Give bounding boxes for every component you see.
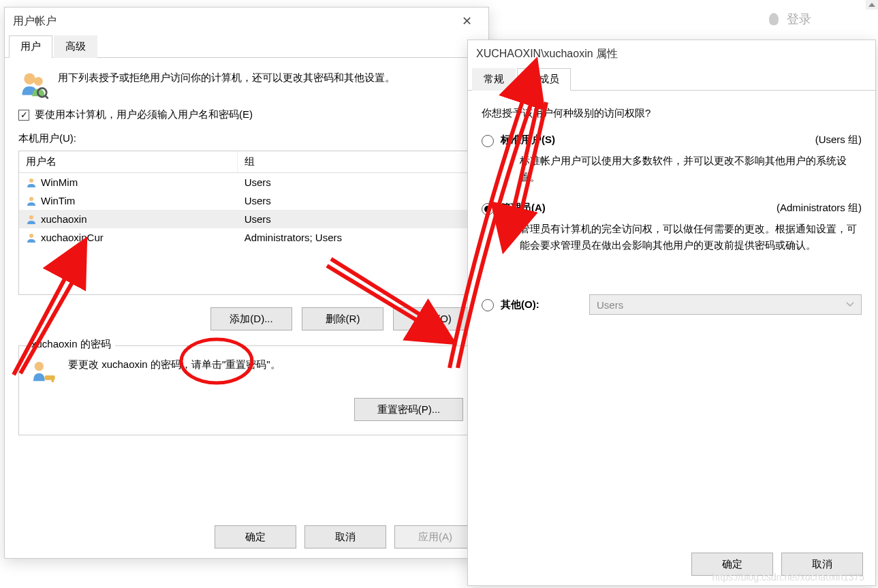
combo-value: Users <box>597 299 623 311</box>
group-cell: Users <box>245 176 271 188</box>
key-icon <box>30 358 57 386</box>
window-title: XUCHAOXIN\xuchaoxin 属性 <box>476 47 867 61</box>
option-admin[interactable]: 管理员(A)(Administrators 组) 管理员有计算机的完全访问权，可… <box>482 202 862 253</box>
tab-group-member[interactable]: 组成员 <box>517 68 571 91</box>
tabbar: 用户 高级 <box>5 35 488 58</box>
option-label: 管理员(A) <box>501 202 546 215</box>
col-username[interactable]: 用户名 <box>19 151 238 172</box>
table-header: 用户名 组 <box>19 151 474 173</box>
username-cell: WinTim <box>41 195 75 206</box>
dialog-footer: 确定 取消 应用(A) <box>215 525 476 548</box>
option-label: 标准用户(S) <box>501 134 555 146</box>
other-group-combobox[interactable]: Users <box>589 294 862 315</box>
delete-button[interactable]: 删除(R) <box>302 307 383 330</box>
scroll-up-icon <box>866 0 878 10</box>
tab-general[interactable]: 常规 <box>472 68 516 91</box>
checkbox-icon: ✓ <box>18 110 29 121</box>
properties-button[interactable]: 属性(O) <box>393 307 475 330</box>
user-silhouette-icon <box>769 13 779 25</box>
password-groupbox: xuchaoxin 的密码 要更改 xuchaoxin 的密码，请单击"重置密码… <box>18 345 475 435</box>
table-row[interactable]: xuchaoxinUsers <box>19 210 474 228</box>
tab-advanced[interactable]: 高级 <box>54 35 97 58</box>
user-accounts-window: 用户帐户 ✕ 用户 高级 用下列表授予或拒绝用户访问你的计算机，还可以更改其密码… <box>4 7 489 559</box>
login-text: 登录 <box>787 11 811 27</box>
checkbox-label: 要使用本计算机，用户必须输入用户名和密码(E) <box>35 108 253 121</box>
svg-point-0 <box>24 73 35 84</box>
user-icon <box>26 232 37 243</box>
password-legend: xuchaoxin 的密码 <box>27 338 115 351</box>
user-icon <box>26 177 37 188</box>
chevron-down-icon <box>846 302 854 307</box>
user-action-buttons: 添加(D)... 删除(R) 属性(O) <box>18 307 475 330</box>
option-other[interactable]: 其他(O): Users <box>482 294 862 315</box>
users-icon <box>18 69 48 99</box>
titlebar[interactable]: XUCHAOXIN\xuchaoxin 属性 <box>468 40 875 67</box>
option-standard[interactable]: 标准用户(S)(Users 组) 标准帐户用户可以使用大多数软件，并可以更改不影… <box>482 134 862 185</box>
table-row[interactable]: WinMimUsers <box>19 173 474 191</box>
group-label: (Administrators 组) <box>777 202 862 215</box>
close-icon[interactable]: ✕ <box>453 14 480 29</box>
user-icon <box>26 214 37 225</box>
local-users-label: 本机用户(U): <box>18 132 475 145</box>
window-title: 用户帐户 <box>13 14 453 29</box>
radio-icon <box>482 203 494 215</box>
table-row[interactable]: xuchaoxinCurAdministrators; Users <box>19 228 474 247</box>
question-text: 你想授予该用户何种级别的访问权限? <box>482 107 862 120</box>
option-desc: 标准帐户用户可以使用大多数软件，并可以更改不影响其他用户的系统设置。 <box>520 153 862 185</box>
group-cell: Administrators; Users <box>245 232 342 243</box>
svg-point-4 <box>29 179 33 183</box>
group-cell: Users <box>245 213 271 225</box>
svg-point-6 <box>29 215 33 219</box>
username-cell: WinMim <box>41 176 78 188</box>
option-desc: 管理员有计算机的完全访问权，可以做任何需要的更改。根据通知设置，可能会要求管理员… <box>520 221 862 253</box>
table-row[interactable]: WinTimUsers <box>19 191 474 210</box>
description-text: 用下列表授予或拒绝用户访问你的计算机，还可以更改其密码和其他设置。 <box>58 69 395 99</box>
user-icon <box>26 196 37 206</box>
titlebar[interactable]: 用户帐户 ✕ <box>5 7 488 35</box>
col-group[interactable]: 组 <box>238 151 474 172</box>
password-desc: 要更改 xuchaoxin 的密码，请单击"重置密码"。 <box>68 358 281 371</box>
tabbar: 常规 组成员 <box>468 67 875 91</box>
radio-icon <box>482 135 494 147</box>
watermark: https://blog.csdn.net/xuchaoxin1375 <box>712 572 864 583</box>
username-cell: xuchaoxinCur <box>41 232 104 243</box>
tab-users[interactable]: 用户 <box>9 35 52 58</box>
cancel-button[interactable]: 取消 <box>304 525 386 548</box>
username-cell: xuchaoxin <box>41 213 87 225</box>
svg-rect-10 <box>52 377 54 382</box>
option-label: 其他(O): <box>501 298 539 311</box>
ok-button[interactable]: 确定 <box>215 525 296 548</box>
user-properties-window: XUCHAOXIN\xuchaoxin 属性 常规 组成员 你想授予该用户何种级… <box>467 40 876 586</box>
radio-icon <box>482 299 494 311</box>
users-table: 用户名 组 WinMimUsersWinTimUsersxuchaoxinUse… <box>18 151 475 295</box>
add-button[interactable]: 添加(D)... <box>210 307 292 330</box>
group-cell: Users <box>245 195 271 206</box>
group-label: (Users 组) <box>815 134 862 146</box>
apply-button[interactable]: 应用(A) <box>394 525 476 548</box>
svg-point-8 <box>35 362 44 371</box>
svg-point-7 <box>29 234 33 238</box>
reset-password-button[interactable]: 重置密码(P)... <box>354 398 463 421</box>
require-password-checkbox[interactable]: ✓ 要使用本计算机，用户必须输入用户名和密码(E) <box>18 108 475 121</box>
bg-login-link: 登录 <box>769 11 811 27</box>
svg-point-5 <box>29 197 33 201</box>
svg-line-3 <box>45 95 48 99</box>
svg-point-1 <box>34 77 43 86</box>
